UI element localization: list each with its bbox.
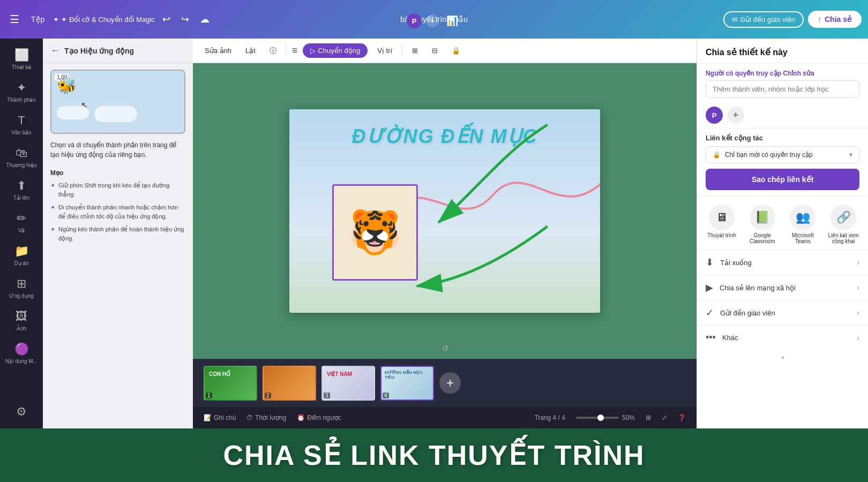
fullscreen-button[interactable]: ⤢ bbox=[662, 414, 667, 421]
sidebar-item-ung-dung[interactable]: ⊞ Ứng dụng bbox=[3, 273, 40, 303]
vi-tri-button[interactable]: Vị trí bbox=[373, 44, 396, 57]
anh-icon: 🖼 bbox=[16, 310, 27, 323]
help-button[interactable]: ❓ bbox=[678, 414, 686, 421]
thuyet-trinh-icon: 🖥 bbox=[709, 205, 735, 230]
khac-menu-item[interactable]: ••• Khác › bbox=[697, 325, 868, 350]
share-microsoft-teams[interactable]: 👥 Microsoft Teams bbox=[787, 205, 819, 244]
share-google-classroom[interactable]: 📗 Google Classroom bbox=[746, 205, 779, 244]
align-button[interactable]: ⊟ bbox=[428, 44, 442, 57]
hamburger-menu-button[interactable]: ☰ bbox=[6, 10, 23, 29]
ve-icon: ✏ bbox=[17, 212, 26, 225]
copy-link-button[interactable]: Sao chép liên kết bbox=[706, 169, 859, 190]
sidebar-item-du-an[interactable]: 📁 Dự án bbox=[3, 240, 40, 270]
gui-icon: ✉ bbox=[732, 16, 738, 24]
undo-button[interactable]: ↩ bbox=[159, 10, 174, 28]
share-icon: ↑ bbox=[818, 15, 821, 24]
bee-preview: 🐝 bbox=[57, 76, 77, 95]
zoom-handle[interactable] bbox=[597, 415, 604, 421]
chevron-down-icon: ▾ bbox=[849, 151, 852, 159]
lat-button[interactable]: Lật bbox=[241, 44, 260, 57]
gui-giao-vien-menu-item[interactable]: ✓ Gửi đến giáo viên › bbox=[697, 300, 868, 325]
thumb-3[interactable]: VIỆT NAM 3 bbox=[321, 366, 375, 401]
share-avatars-row: P + bbox=[697, 104, 868, 128]
mang-xa-hoi-menu-item[interactable]: ▶ Chia sẻ lên mạng xã hội › bbox=[697, 275, 868, 300]
chinh-sua-link[interactable]: Chỉnh sửa bbox=[783, 70, 814, 77]
thumb-1[interactable]: CON HỔ 1 bbox=[204, 366, 257, 401]
chuyen-dong-icon: ▷ bbox=[310, 47, 316, 55]
share-access-label: Người có quyền truy cập Chỉnh sửa bbox=[706, 70, 859, 77]
du-an-icon: 📁 bbox=[14, 244, 29, 258]
thumb-2[interactable]: 2 bbox=[263, 366, 316, 401]
share-thuyet-trinh[interactable]: 🖥 Thuyết trình bbox=[706, 205, 738, 244]
sidebar-item-ve[interactable]: ✏ Vẽ bbox=[3, 207, 40, 238]
panel-preview: 1.00 🐝 ↖ bbox=[50, 70, 185, 134]
magic-button[interactable]: ✦ ✦ Đổi cỡ & Chuyển đổi Magic bbox=[53, 16, 155, 24]
microsoft-teams-icon: 👥 bbox=[790, 205, 815, 230]
bottom-banner: CHIA SẺ LINK THUYẾT TRÌNH bbox=[0, 428, 868, 482]
tai-len-icon: ⬆ bbox=[17, 179, 26, 193]
grid-view-button[interactable]: ⊞ bbox=[646, 414, 651, 421]
share-access-section: Người có quyền truy cập Chỉnh sửa bbox=[697, 63, 868, 104]
sidebar-item-tai-len[interactable]: ⬆ Tải lên bbox=[3, 175, 40, 205]
slide-canvas[interactable]: ĐƯỜNG ĐẾN MỤC 🐯 bbox=[289, 109, 600, 313]
gui-giao-vien-button[interactable]: ✉ Gửi đến giáo viên bbox=[723, 11, 804, 28]
panel-tips-title: Mẹo bbox=[43, 165, 193, 179]
sidebar-item-anh[interactable]: 🖼 Ảnh bbox=[3, 305, 40, 336]
tiger-image[interactable]: 🐯 bbox=[332, 184, 418, 281]
google-classroom-icon: 📗 bbox=[750, 205, 775, 230]
more-icon: ••• bbox=[706, 332, 716, 343]
sua-anh-button[interactable]: Sửa ảnh bbox=[200, 44, 236, 57]
sidebar-item-thanh-phan[interactable]: ✦ Thành phần bbox=[3, 77, 40, 107]
scroll-indicator: ↺ bbox=[442, 343, 448, 353]
ghi-chu-button[interactable]: 📝 Ghi chú bbox=[204, 414, 236, 421]
zoom-control: 50% bbox=[576, 414, 635, 421]
header-right-actions: ✉ Gửi đến giáo viên ↑ Chia sẻ bbox=[723, 11, 862, 28]
countdown-icon: ⏰ bbox=[297, 414, 305, 421]
back-button[interactable]: ← bbox=[50, 45, 60, 56]
panel-tip-3: ✦ Ngừng kéo thành phần để hoàn thành hiệ… bbox=[43, 223, 193, 245]
tai-xuong-menu-item[interactable]: ⬇ Tải xuống › bbox=[697, 250, 868, 275]
sidebar-item-thiet-ke[interactable]: ⬜ Thiết kế bbox=[3, 44, 40, 74]
share-member-input[interactable] bbox=[706, 80, 859, 98]
chevron-right-icon-1: › bbox=[857, 258, 859, 267]
analytics-button[interactable]: 📊 bbox=[443, 12, 461, 30]
share-icons-row: 🖥 Thuyết trình 📗 Google Classroom 👥 Micr… bbox=[697, 195, 868, 250]
slide-thumbnails: CON HỔ 1 2 VIỆT NAM 3 ĐƯỜNG ĐẾN MỤC TIÊU… bbox=[193, 359, 697, 407]
share-lien-ket-cong-khai[interactable]: 🔗 Liên kết xem công khai bbox=[827, 205, 859, 244]
info-button[interactable]: ⓘ bbox=[265, 44, 281, 58]
panel-header: ← Tạo Hiệu ứng động bbox=[43, 39, 193, 63]
add-user-button[interactable]: + bbox=[426, 14, 439, 27]
chia-se-button[interactable]: ↑ Chia sẻ bbox=[808, 11, 862, 28]
canvas-wrapper: ĐƯỜNG ĐẾN MỤC 🐯 bbox=[193, 63, 697, 359]
user-avatar: P bbox=[407, 13, 422, 28]
sidebar-item-van-ban[interactable]: T Văn bản bbox=[3, 109, 40, 140]
thoi-luong-button[interactable]: ⏱ Thời lượng bbox=[246, 414, 286, 421]
thumb-4[interactable]: ĐƯỜNG ĐẾN MỤC TIÊU 4 bbox=[380, 366, 434, 401]
noi-dung-icon: 🟣 bbox=[14, 342, 29, 356]
zoom-slider[interactable] bbox=[576, 417, 619, 419]
zoom-level: 50% bbox=[622, 414, 635, 421]
canvas-footer: 📝 Ghi chú ⏱ Thời lượng ⏰ Đếm ngược Trang… bbox=[193, 407, 697, 428]
panel-tip-1: ✦ Giữ phím Shift trong khi kéo để tạo đư… bbox=[43, 179, 193, 201]
add-avatar-button[interactable]: + bbox=[727, 107, 744, 124]
lien-ket-dropdown[interactable]: 🔒 Chỉ bạn mới có quyền truy cập ▾ bbox=[706, 146, 859, 163]
chuyen-dong-button[interactable]: ▷ Chuyển động bbox=[303, 43, 368, 58]
add-slide-button[interactable]: + bbox=[439, 372, 461, 394]
public-link-icon: 🔗 bbox=[830, 205, 856, 230]
sidebar-item-noi-dung[interactable]: 🟣 Nội dung M... bbox=[3, 338, 40, 368]
grid-button[interactable]: ⊞ bbox=[408, 44, 422, 57]
social-icon: ▶ bbox=[706, 282, 713, 293]
ung-dung-icon: ⊞ bbox=[17, 277, 26, 291]
chevron-right-icon-3: › bbox=[857, 308, 859, 318]
sidebar-item-settings[interactable]: ⚙ bbox=[3, 401, 40, 423]
pink-wave bbox=[396, 152, 600, 259]
teacher-icon: ✓ bbox=[706, 307, 714, 319]
cloud-button[interactable]: ☁ bbox=[197, 10, 213, 28]
sidebar-item-thuong-hieu[interactable]: 🛍 Thương hiệu bbox=[3, 142, 40, 172]
dem-nguoc-button[interactable]: ⏰ Đếm ngược bbox=[297, 414, 341, 421]
magic-dot: ✦ bbox=[53, 16, 59, 24]
lock-button[interactable]: 🔒 bbox=[447, 44, 465, 57]
redo-button[interactable]: ↪ bbox=[178, 10, 192, 28]
tep-button[interactable]: Tệp bbox=[27, 13, 49, 26]
main-area: ⬜ Thiết kế ✦ Thành phần T Văn bản 🛍 Thươ… bbox=[0, 39, 868, 428]
